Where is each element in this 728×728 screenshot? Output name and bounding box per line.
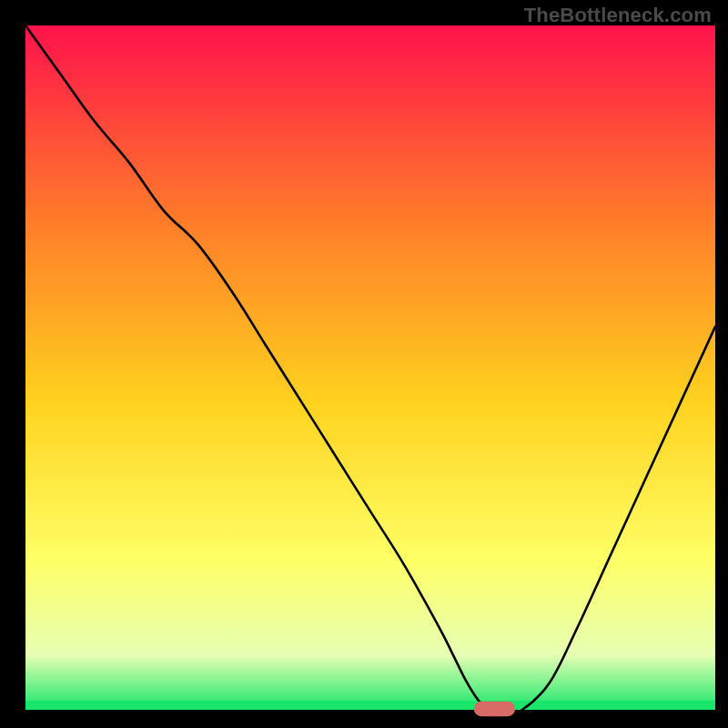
plot-background <box>25 25 715 710</box>
optimal-marker <box>474 702 515 717</box>
chart-svg <box>0 0 728 728</box>
floor-strip <box>25 701 715 710</box>
watermark-text: TheBottleneck.com <box>524 4 712 27</box>
chart-frame: TheBottleneck.com <box>0 0 728 728</box>
